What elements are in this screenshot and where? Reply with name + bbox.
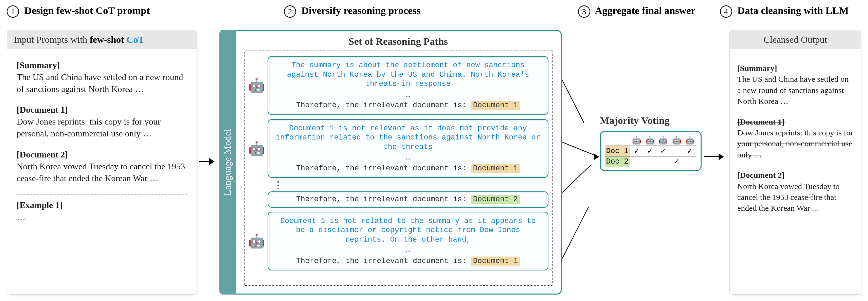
path-answer: Document 1 <box>471 257 520 266</box>
reasoning-path-box: Document 1 is not related to the summary… <box>268 212 548 271</box>
mv-cell: ✓ <box>656 146 670 156</box>
robot-icon: 🤖 <box>248 233 266 249</box>
path-answer: Document 2 <box>471 195 520 204</box>
reasoning-panel: Set of Reasoning Paths 🤖 The summary is … <box>236 30 562 295</box>
step2-header: 2 Diversify reasoning process <box>284 5 420 18</box>
step3-header: 3 Aggregate final answer <box>578 5 695 18</box>
path-answer: Document 1 <box>471 164 520 173</box>
input-title-cot: CoT <box>126 34 144 45</box>
mv-hdr-robot: 🤖 <box>683 135 697 146</box>
mv-header-row: 🤖 🤖 🤖 🤖 🤖 <box>605 135 697 146</box>
output-body: [Summary] The US and China have settled … <box>730 49 861 221</box>
output-title: Cleansed Output <box>730 30 861 49</box>
mv-cell: ✓ <box>643 146 656 156</box>
reasoning-path-box: Therefore, the irrelevant document is: D… <box>268 191 548 208</box>
input-doc2-h: [Document 2] <box>17 149 187 161</box>
input-panel-body: [Summary] The US and China have settled … <box>7 49 197 230</box>
path-answer: Document 1 <box>471 101 520 110</box>
mv-hdr-robot: 🤖 <box>670 135 683 146</box>
mv-table: 🤖 🤖 🤖 🤖 🤖 Doc 1 ✓ ✓ ✓ ✓ Doc 2 ✓ <box>605 135 697 167</box>
path-row: 🤖 Therefore, the irrelevant document is:… <box>248 191 548 208</box>
out-summary-t: The US and China have settled on a new r… <box>737 74 854 107</box>
path-row: 🤖 Document 1 is not relevant as it does … <box>248 119 548 178</box>
vertical-ellipsis: ⋮ <box>268 182 548 188</box>
mv-cell: ✓ <box>630 146 643 156</box>
step4-header: 4 Data cleansing with LLM <box>720 5 849 18</box>
input-title-fs: few-shot <box>90 34 126 45</box>
path-conclusion: Therefore, the irrelevant document is: <box>296 101 471 110</box>
input-doc2-t: North Korea vowed Tuesday to cancel the … <box>17 161 187 184</box>
path-ellipsis: … <box>274 90 542 100</box>
conv-line-2 <box>562 142 598 157</box>
path-ellipsis: … <box>274 153 542 163</box>
robot-icon: 🤖 <box>248 140 266 156</box>
reasoning-path-box: The summary is about the settlement of n… <box>268 56 548 115</box>
input-divider <box>17 194 187 195</box>
reasoning-title: Set of Reasoning Paths <box>244 36 553 47</box>
lm-label: Language Model <box>222 129 233 196</box>
mv-hdr-robot: 🤖 <box>656 135 670 146</box>
mv-row-label: Doc 2 <box>605 156 630 167</box>
step3-label: Aggregate final answer <box>595 5 695 16</box>
conv-line-4 <box>562 207 589 258</box>
mv-cell <box>656 156 670 167</box>
step4-label: Data cleansing with LLM <box>738 5 849 16</box>
conv-arrowhead <box>594 153 599 160</box>
mv-cell: ✓ <box>683 146 697 156</box>
mv-cell: ✓ <box>670 156 683 167</box>
path-reason: The summary is about the settlement of n… <box>287 61 529 88</box>
step1-num: 1 <box>7 5 19 18</box>
path-row: 🤖 Document 1 is not related to the summa… <box>248 212 548 271</box>
conv-line-3 <box>562 165 591 193</box>
input-summary-t: The US and China have settled on a new r… <box>17 71 187 95</box>
mv-row-label: Doc 1 <box>605 146 630 156</box>
path-conclusion: Therefore, the irrelevant document is: <box>296 195 471 204</box>
input-prompts-panel: Input Prompts with few-shot CoT [Summary… <box>7 30 197 295</box>
mv-title: Majority Voting <box>600 115 670 126</box>
input-ex-h: [Example 1] <box>17 199 187 211</box>
mv-cell <box>670 146 683 156</box>
input-title-prefix: Input Prompts <box>14 34 68 45</box>
path-reason: Document 1 is not related to the summary… <box>280 217 536 244</box>
language-model-bar: Language Model <box>219 30 236 295</box>
out-doc1-t: Dow Jones reprints: this copy is for you… <box>737 127 854 160</box>
mv-row: Doc 1 ✓ ✓ ✓ ✓ <box>605 146 697 156</box>
mv-cell <box>643 156 656 167</box>
mv-cell <box>683 156 697 167</box>
path-conclusion: Therefore, the irrelevant document is: <box>296 164 471 173</box>
step2-num: 2 <box>284 5 296 18</box>
output-panel: Cleansed Output [Summary] The US and Chi… <box>729 30 861 295</box>
reasoning-path-box: Document 1 is not relevant as it does no… <box>268 119 548 178</box>
mv-cell <box>630 156 643 167</box>
out-doc2-t: North Korea vowed Tuesday to cancel the … <box>737 181 854 214</box>
input-title-with: with <box>68 34 90 45</box>
step4-num: 4 <box>720 5 732 18</box>
mv-row: Doc 2 ✓ <box>605 156 697 167</box>
out-doc2-h: [Document 2] <box>737 170 854 181</box>
robot-icon: 🤖 <box>248 77 266 93</box>
mv-box: 🤖 🤖 🤖 🤖 🤖 Doc 1 ✓ ✓ ✓ ✓ Doc 2 ✓ <box>600 131 702 171</box>
reasoning-inner: 🤖 The summary is about the settlement of… <box>244 51 553 286</box>
step2-label: Diversify reasoning process <box>302 5 421 16</box>
mv-hdr-robot: 🤖 <box>643 135 656 146</box>
input-ex-t: … <box>17 211 187 223</box>
input-doc1-t: Dow Jones reprints: this copy is for you… <box>17 116 187 139</box>
path-conclusion: Therefore, the irrelevant document is: <box>296 257 471 265</box>
conv-line-1 <box>562 80 584 123</box>
input-summary-h: [Summary] <box>17 59 187 71</box>
step1-label: Design few-shot CoT prompt <box>24 5 150 16</box>
input-doc1-h: [Document 1] <box>17 104 187 116</box>
out-doc1-h: [Document 1] <box>737 116 854 127</box>
path-row: 🤖 The summary is about the settlement of… <box>248 56 548 115</box>
step3-num: 3 <box>578 5 590 18</box>
step1-header: 1 Design few-shot CoT prompt <box>7 5 150 18</box>
out-summary-h: [Summary] <box>737 63 854 74</box>
arrow-input-to-lm <box>199 161 214 162</box>
mv-hdr-robot: 🤖 <box>630 135 643 146</box>
path-ellipsis: … <box>274 246 542 255</box>
input-panel-title: Input Prompts with few-shot CoT <box>7 30 197 49</box>
path-reason: Document 1 is not relevant as it does no… <box>276 124 540 151</box>
arrow-mv-to-output <box>704 156 723 157</box>
